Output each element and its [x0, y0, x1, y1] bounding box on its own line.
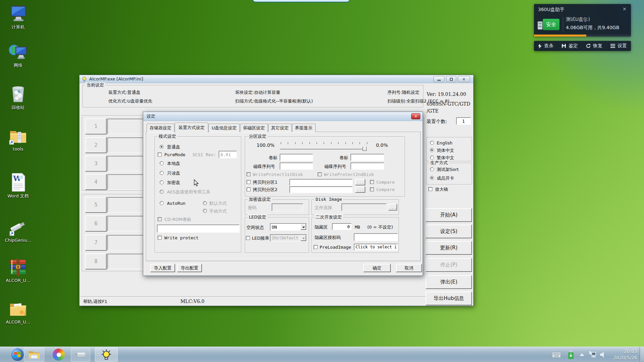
autohide-toolbar-peek[interactable] — [252, 0, 350, 2]
copy-to-partition2-checkbox[interactable] — [247, 187, 251, 191]
taskbar-browser-button[interactable] — [50, 348, 67, 361]
scsi-rev-field[interactable]: 8.01 — [219, 151, 237, 158]
action-scan[interactable]: 查杀 — [538, 43, 553, 49]
volume-field-2[interactable] — [351, 154, 384, 161]
maximize-button[interactable] — [446, 76, 456, 82]
browse-partition2-button[interactable]: ... — [355, 186, 365, 193]
action-settings[interactable]: 设置 — [610, 43, 627, 49]
cancel-button[interactable]: 取消 — [396, 264, 422, 272]
taskbar-explorer-button[interactable] — [24, 348, 44, 362]
radio-encrypted-label: 加密盘 — [167, 180, 180, 185]
disk-serial-field-1[interactable] — [280, 163, 313, 170]
port-button[interactable]: 5 — [85, 197, 107, 213]
idle-state-dropdown[interactable]: ON — [270, 223, 307, 231]
port-button[interactable]: 8 — [85, 253, 107, 269]
auth-code-field[interactable] — [354, 233, 398, 241]
hidden-area-field[interactable]: 0 — [332, 223, 352, 230]
radio-default-mode-label: 默认方式 — [209, 201, 227, 206]
dialog-titlebar[interactable]: 设定 ✕ — [143, 112, 423, 121]
cdrom-volume-checkbox — [158, 217, 162, 221]
magnifier-checkbox[interactable] — [428, 187, 432, 191]
radio-finished-card[interactable] — [430, 176, 434, 180]
setting-button[interactable]: 设定(S) — [426, 225, 472, 238]
radio-readonly-disk[interactable] — [160, 171, 164, 175]
radio-test-rack-sort[interactable] — [430, 167, 434, 171]
radio-english[interactable] — [430, 141, 434, 145]
minimize-button[interactable] — [433, 76, 444, 82]
led-frequency-dropdown: 2Hz(Default — [270, 234, 307, 242]
write-protect-checkbox[interactable] — [158, 236, 162, 240]
refresh-button[interactable]: 更新(R) — [426, 241, 472, 255]
tab-usb-info[interactable]: U盘信息设定 — [209, 124, 240, 132]
export-config-button[interactable]: 导出配置 — [177, 264, 202, 272]
eject-button[interactable]: 弹出(E) — [426, 275, 472, 289]
port-button[interactable]: 1 — [85, 118, 107, 134]
tab-bad-sector[interactable]: 坏磁区设定 — [240, 124, 268, 132]
desktop-icon-computer[interactable]: 计算机 — [3, 5, 34, 29]
device-count-label: 装置个数: — [427, 119, 447, 124]
radio-local-disk[interactable] — [160, 161, 164, 165]
tray-show-hidden-icons[interactable] — [579, 352, 585, 357]
action-restore[interactable]: 恢复 — [586, 43, 602, 49]
preload-image-field[interactable]: Click to select i — [354, 244, 398, 250]
desktop-icon-alcor-folder[interactable]: ALCOR_U... — [3, 300, 34, 324]
radio-simplified-chinese[interactable] — [430, 148, 434, 152]
desktop-icon-word-doc[interactable]: W Word 文档 — [3, 172, 34, 198]
ok-button[interactable]: 确定 — [363, 264, 391, 272]
tray-volume-icon[interactable] — [599, 351, 606, 359]
led-frequency-checkbox[interactable] — [246, 236, 250, 240]
partition-slider-thumb[interactable] — [363, 145, 367, 151]
copy-partition2-path-field[interactable] — [289, 186, 353, 193]
explorer-folder-icon — [28, 350, 40, 360]
cdrom-volume-field[interactable] — [157, 225, 239, 233]
tab-other[interactable]: 其它设定 — [268, 124, 292, 132]
secondary-dev-group: 二次开发设定 隐藏区 0 MB (0 = 不设定) 隐藏区授权码 PreLoad… — [312, 217, 399, 253]
dropdown-arrow-icon[interactable] — [301, 224, 306, 230]
tab-ui-display[interactable]: 界面显示 — [292, 124, 316, 132]
port-button[interactable]: 2 — [85, 137, 107, 153]
port-button[interactable]: 4 — [85, 174, 107, 190]
tray-clock[interactable]: 20:03 2020/5/26 — [608, 348, 637, 361]
import-config-button[interactable]: 导入配置 — [150, 264, 175, 272]
usb-assistant-close-icon[interactable]: ✕ — [623, 7, 627, 12]
taskbar-alcormp-button[interactable] — [95, 348, 118, 362]
stop-button[interactable]: 停止(P) — [426, 258, 472, 272]
device-count-field[interactable]: 1 — [456, 117, 471, 125]
radio-normal-disk[interactable] — [160, 145, 164, 149]
desktop-icon-recycle-bin[interactable]: 回收站 — [3, 84, 34, 110]
tray-network-icon[interactable] — [588, 350, 598, 359]
desktop-icon-alcor-rar[interactable]: ALCOR_U... — [3, 258, 34, 283]
main-window-titlebar[interactable]: AlcorMP.exe [AlcorMP.ini] ✕ — [79, 75, 473, 83]
puremode-checkbox[interactable] — [158, 153, 162, 157]
tray-usb-safely-remove-icon[interactable] — [567, 350, 575, 359]
copy-partition1-path-field[interactable] — [289, 179, 353, 186]
radio-encrypted-disk[interactable] — [160, 180, 164, 184]
tab-storage[interactable]: 存储器设定 — [147, 124, 174, 132]
copy-to-partition1-checkbox[interactable] — [247, 180, 251, 184]
radio-autorun[interactable] — [160, 201, 164, 205]
export-hub-button[interactable]: 导出Hub信息 — [426, 292, 472, 305]
action-verify[interactable]: 鉴定 — [561, 43, 578, 49]
show-desktop-button[interactable] — [640, 347, 644, 362]
dialog-close-button[interactable]: ✕ — [411, 113, 420, 119]
desktop-icon-network[interactable]: 网络 — [3, 43, 34, 68]
disk-serial-field-2[interactable] — [351, 163, 384, 170]
preload-image-checkbox[interactable] — [314, 245, 318, 249]
port-button[interactable]: 7 — [85, 235, 107, 251]
close-button[interactable]: ✕ — [458, 76, 470, 82]
radio-traditional-chinese[interactable] — [430, 156, 434, 160]
start-button[interactable]: 开始(A) — [426, 208, 472, 222]
port-button[interactable]: 3 — [85, 156, 107, 172]
desktop-icon-tools[interactable]: tools — [3, 127, 34, 152]
volume-field-1[interactable] — [280, 154, 313, 161]
usb-shortcut-icon — [8, 218, 28, 237]
status-separator — [81, 296, 473, 297]
rar-archive-icon — [8, 258, 28, 277]
taskbar-usb-tool-button[interactable] — [71, 348, 90, 362]
desktop-icon-chipgenius[interactable]: ChipGeniu... — [3, 218, 34, 243]
port-button[interactable]: 6 — [85, 216, 107, 232]
tab-device-mode[interactable]: 装置方式设定 — [175, 123, 208, 132]
tray-keyboard-icon[interactable] — [552, 351, 561, 358]
partition-slider-track[interactable] — [280, 149, 367, 149]
browse-partition1-button[interactable]: ... — [355, 179, 365, 185]
